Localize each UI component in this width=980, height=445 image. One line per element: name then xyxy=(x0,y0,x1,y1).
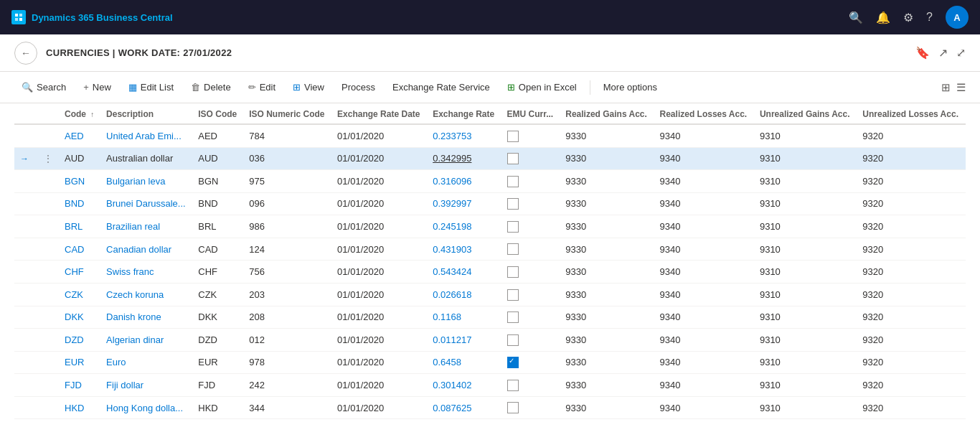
emu-checkbox[interactable] xyxy=(507,357,519,368)
back-button[interactable]: ← xyxy=(14,42,37,65)
exchange-rate-cell[interactable]: 0.087625 xyxy=(427,396,501,419)
exchange-rate-cell[interactable]: 0.392997 xyxy=(427,192,501,215)
process-button[interactable]: Process xyxy=(334,78,382,97)
description-cell[interactable]: Brunei Darussale... xyxy=(100,192,192,215)
table-row[interactable]: CHFSwiss francCHF75601/01/20200.54342493… xyxy=(14,261,966,284)
description-cell[interactable]: Canadian dollar xyxy=(100,238,192,261)
emu-curr-cell[interactable] xyxy=(501,283,560,306)
exchange-rate-cell[interactable]: 0.316096 xyxy=(427,170,501,193)
emu-checkbox[interactable] xyxy=(507,380,519,391)
code-cell[interactable]: DKK xyxy=(59,306,100,329)
th-iso-code[interactable]: ISO Code xyxy=(192,103,243,124)
code-cell[interactable]: BGN xyxy=(59,170,100,193)
exchange-rate-service-button[interactable]: Exchange Rate Service xyxy=(385,78,497,97)
description-cell[interactable]: Euro xyxy=(100,351,192,374)
row-menu-cell[interactable] xyxy=(37,261,59,284)
table-row[interactable]: →⋮AUDAustralian dollarAUD03601/01/20200.… xyxy=(14,147,966,170)
bookmark-icon[interactable]: 🔖 xyxy=(915,46,930,60)
exchange-rate-value[interactable]: 0.342995 xyxy=(433,153,471,164)
emu-checkbox[interactable] xyxy=(507,402,519,413)
emu-curr-cell[interactable] xyxy=(501,374,560,397)
th-exchange-rate[interactable]: Exchange Rate xyxy=(427,103,501,124)
row-menu-cell[interactable] xyxy=(37,351,59,374)
code-cell[interactable]: BRL xyxy=(59,215,100,238)
exchange-rate-cell[interactable]: 0.431903 xyxy=(427,238,501,261)
notifications-icon[interactable]: 🔔 xyxy=(876,11,890,24)
emu-curr-cell[interactable] xyxy=(501,396,560,419)
settings-icon[interactable]: ⚙ xyxy=(903,11,913,24)
emu-curr-cell[interactable] xyxy=(501,261,560,284)
search-icon[interactable]: 🔍 xyxy=(849,11,863,24)
th-unrealized-gains-acc[interactable]: Unrealized Gains Acc. xyxy=(754,103,857,124)
emu-checkbox[interactable] xyxy=(507,243,519,255)
layout-icon[interactable]: ☰ xyxy=(956,81,966,94)
row-menu-cell[interactable] xyxy=(37,192,59,215)
description-cell[interactable]: Brazilian real xyxy=(100,215,192,238)
description-cell[interactable]: Fiji dollar xyxy=(100,374,192,397)
edit-list-button[interactable]: ▦ Edit List xyxy=(121,78,181,97)
description-cell[interactable]: Bulgarian leva xyxy=(100,170,192,193)
search-button[interactable]: 🔍 Search xyxy=(14,78,73,97)
th-description[interactable]: Description xyxy=(100,103,192,124)
filter-icon[interactable]: ⊞ xyxy=(941,81,951,94)
row-menu-icon[interactable]: ⋮ xyxy=(43,153,53,164)
emu-curr-cell[interactable] xyxy=(501,124,560,147)
exchange-rate-cell[interactable]: 0.1168 xyxy=(427,306,501,329)
avatar[interactable]: A xyxy=(946,6,969,29)
emu-checkbox[interactable] xyxy=(507,289,519,301)
th-realized-losses-acc[interactable]: Realized Losses Acc. xyxy=(654,103,754,124)
help-icon[interactable]: ? xyxy=(926,11,933,24)
code-cell[interactable]: HKD xyxy=(59,396,100,419)
emu-curr-cell[interactable] xyxy=(501,215,560,238)
exchange-rate-cell[interactable]: 0.342995 xyxy=(427,147,501,170)
row-menu-cell[interactable] xyxy=(37,329,59,352)
description-cell[interactable]: Algerian dinar xyxy=(100,329,192,352)
code-cell[interactable]: AUD xyxy=(59,147,100,170)
exchange-rate-cell[interactable]: 0.233753 xyxy=(427,124,501,147)
th-realized-gains-acc[interactable]: Realized Gains Acc. xyxy=(560,103,654,124)
table-row[interactable]: DZDAlgerian dinarDZD01201/01/20200.01121… xyxy=(14,329,966,352)
table-row[interactable]: FJDFiji dollarFJD24201/01/20200.30140293… xyxy=(14,374,966,397)
row-menu-cell[interactable]: ⋮ xyxy=(37,147,59,170)
emu-curr-cell[interactable] xyxy=(501,329,560,352)
edit-button[interactable]: ✏ Edit xyxy=(241,78,283,97)
table-row[interactable]: HKDHong Kong dolla...HKD34401/01/20200.0… xyxy=(14,396,966,419)
row-menu-cell[interactable] xyxy=(37,124,59,147)
delete-button[interactable]: 🗑 Delete xyxy=(184,78,238,97)
code-cell[interactable]: EUR xyxy=(59,351,100,374)
emu-checkbox[interactable] xyxy=(507,153,519,164)
table-row[interactable]: CADCanadian dollarCAD12401/01/20200.4319… xyxy=(14,238,966,261)
fullscreen-icon[interactable]: ⤢ xyxy=(956,46,966,60)
emu-curr-cell[interactable] xyxy=(501,170,560,193)
emu-curr-cell[interactable] xyxy=(501,192,560,215)
more-options-button[interactable]: More options xyxy=(596,78,664,97)
new-button[interactable]: + New xyxy=(76,78,118,97)
code-cell[interactable]: CHF xyxy=(59,261,100,284)
emu-checkbox[interactable] xyxy=(507,334,519,346)
emu-checkbox[interactable] xyxy=(507,131,519,142)
description-cell[interactable]: Swiss franc xyxy=(100,261,192,284)
row-menu-cell[interactable] xyxy=(37,396,59,419)
code-cell[interactable]: CZK xyxy=(59,283,100,306)
table-row[interactable]: BNDBrunei Darussale...BND09601/01/20200.… xyxy=(14,192,966,215)
th-unrealized-losses-acc[interactable]: Unrealized Losses Acc. xyxy=(857,103,966,124)
table-row[interactable]: CZKCzech korunaCZK20301/01/20200.0266189… xyxy=(14,283,966,306)
emu-checkbox[interactable] xyxy=(507,266,519,278)
table-row[interactable]: DKKDanish kroneDKK20801/01/20200.1168933… xyxy=(14,306,966,329)
emu-checkbox[interactable] xyxy=(507,176,519,187)
table-row[interactable]: BGNBulgarian levaBGN97501/01/20200.31609… xyxy=(14,170,966,193)
code-cell[interactable]: DZD xyxy=(59,329,100,352)
exchange-rate-cell[interactable]: 0.543424 xyxy=(427,261,501,284)
open-in-excel-button[interactable]: ⊞ Open in Excel xyxy=(500,78,584,97)
emu-checkbox[interactable] xyxy=(507,221,519,233)
emu-checkbox[interactable] xyxy=(507,312,519,323)
row-menu-cell[interactable] xyxy=(37,374,59,397)
exchange-rate-cell[interactable]: 0.6458 xyxy=(427,351,501,374)
code-cell[interactable]: AED xyxy=(59,124,100,147)
row-menu-cell[interactable] xyxy=(37,170,59,193)
description-cell[interactable]: Australian dollar xyxy=(100,147,192,170)
emu-checkbox[interactable] xyxy=(507,198,519,210)
exchange-rate-cell[interactable]: 0.245198 xyxy=(427,215,501,238)
th-emu-curr[interactable]: EMU Curr... xyxy=(501,103,560,124)
row-menu-cell[interactable] xyxy=(37,306,59,329)
